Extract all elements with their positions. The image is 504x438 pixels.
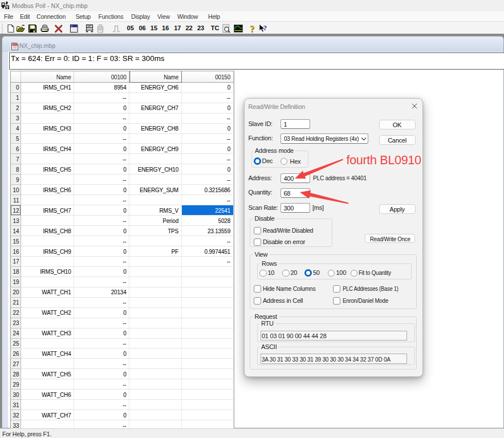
svg-text:DOC: DOC [13,44,17,46]
svg-text:?: ? [263,24,267,32]
